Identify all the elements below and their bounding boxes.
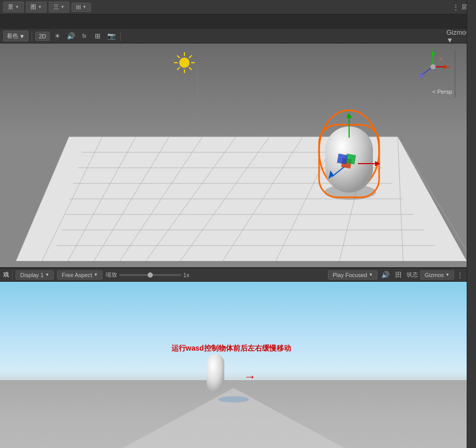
- fx-icon[interactable]: fx: [79, 31, 90, 42]
- game-panel-label: 戏: [3, 271, 9, 279]
- status-label: 状态: [407, 271, 418, 279]
- gizmo-widget[interactable]: Y X: [415, 49, 451, 85]
- svg-marker-35: [347, 113, 352, 118]
- lighting-icon[interactable]: ☀: [52, 31, 63, 42]
- camera-icon[interactable]: 📷: [106, 31, 117, 42]
- zoom-control: 缩放 1x: [106, 271, 190, 279]
- svg-point-21: [179, 57, 190, 68]
- scene-grid: [0, 44, 467, 267]
- svg-point-51: [430, 64, 436, 69]
- gizmo-separator: [455, 51, 455, 97]
- tools-dropdown-btn[interactable]: 图 ▼: [26, 2, 47, 12]
- svg-text:Y: Y: [431, 49, 435, 51]
- zoom-thumb[interactable]: [148, 272, 153, 278]
- aspect-dropdown[interactable]: Free Aspect ▼: [57, 270, 103, 280]
- scene-dropdown-btn[interactable]: 景 ▼: [3, 2, 24, 12]
- play-focused-btn[interactable]: Play Focused ▼: [328, 270, 378, 280]
- svg-line-27: [189, 67, 192, 70]
- game-capsule: [203, 350, 228, 398]
- shading-mode-btn[interactable]: 着色 ▼: [3, 31, 28, 41]
- svg-marker-44: [431, 51, 435, 55]
- right-panel-label: 层景: [468, 2, 475, 6]
- top-toolbar: 景 ▼ 图 ▼ 三 ▼ III ▼ ⋮ 层景: [0, 0, 476, 15]
- game-text-overlay: 运行wasd控制物体前后左右缓慢移动: [171, 344, 291, 353]
- game-tb-sep-1: [12, 270, 12, 280]
- game-view: 运行wasd控制物体前后左右缓慢移动 →: [0, 282, 467, 448]
- audio-icon[interactable]: 🔊: [65, 31, 77, 42]
- selected-object[interactable]: [314, 96, 386, 200]
- zoom-slider[interactable]: [119, 274, 181, 276]
- scene-toolbar: 着色 ▼ 2D ☀ 🔊 fx ⊞ 📷 Gizmos ▼: [0, 29, 467, 44]
- scene-axis-line: [197, 65, 198, 127]
- svg-line-28: [189, 55, 192, 58]
- top-dots-menu[interactable]: ⋮: [452, 3, 459, 11]
- game-arrow-icon: →: [244, 369, 256, 384]
- audio-toggle-icon[interactable]: 🔊: [380, 269, 391, 281]
- sun-icon: [171, 50, 197, 77]
- persp-label: < Persp: [432, 89, 452, 95]
- scene-3d-viewport: Y X < Persp: [0, 29, 467, 267]
- svg-rect-42: [337, 154, 348, 165]
- svg-point-52: [439, 57, 442, 61]
- right-panel: 层景: [467, 0, 476, 448]
- game-toolbar: 戏 Display 1 ▼ Free Aspect ▼ 缩放 1x Play: [0, 267, 467, 282]
- display-dropdown[interactable]: Display 1 ▼: [16, 270, 54, 280]
- svg-line-26: [177, 55, 180, 58]
- gizmos-dropdown[interactable]: Gizmos ▼: [452, 31, 464, 42]
- toolbar-separator-2: [120, 32, 121, 41]
- svg-text:X: X: [448, 65, 451, 69]
- extra-dropdown-btn[interactable]: III ▼: [71, 3, 91, 12]
- grid-icon[interactable]: 田: [393, 269, 405, 281]
- svg-rect-54: [207, 354, 224, 393]
- 2d-mode-btn[interactable]: 2D: [35, 32, 50, 41]
- layout-dropdown-btn[interactable]: 三 ▼: [49, 2, 69, 12]
- scene-icon[interactable]: ⊞: [92, 31, 104, 42]
- gizmos-btn[interactable]: Gizmos ▼: [420, 270, 454, 280]
- svg-point-50: [419, 74, 423, 78]
- toolbar-separator: [32, 32, 32, 41]
- game-dots-menu[interactable]: ⋮: [456, 271, 464, 279]
- scene-view: 着色 ▼ 2D ☀ 🔊 fx ⊞ 📷 Gizmos ▼: [0, 29, 467, 267]
- svg-line-29: [177, 67, 180, 70]
- game-tb-right: Play Focused ▼ 🔊 田 状态 Gizmos ▼ ⋮: [328, 269, 464, 281]
